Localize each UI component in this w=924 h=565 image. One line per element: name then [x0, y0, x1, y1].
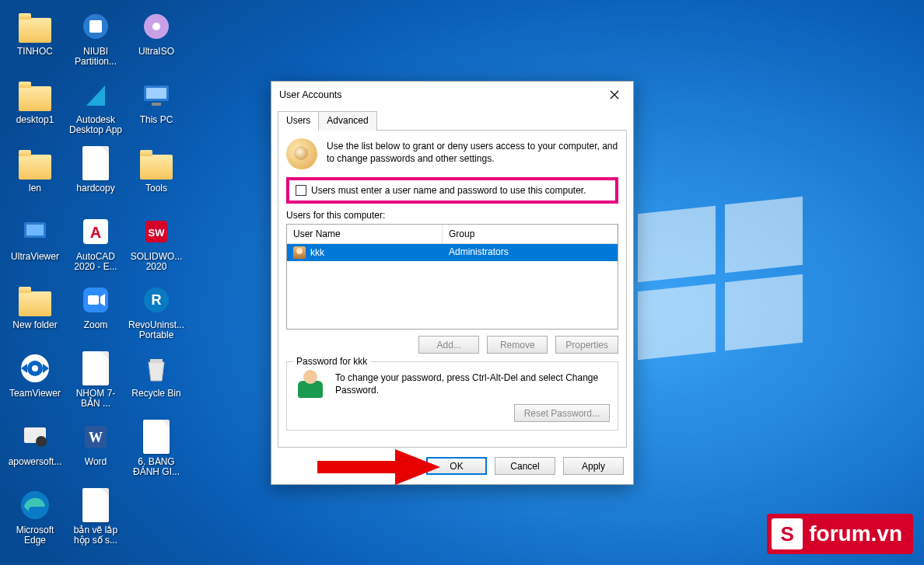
desktop-icon-label: Microsoft Edge: [6, 525, 64, 546]
desktop-icon-hardcopy[interactable]: hardcopy: [65, 143, 126, 211]
desktop-icon-this-pc[interactable]: This PC: [126, 75, 187, 143]
ok-button[interactable]: OK: [426, 457, 487, 475]
svg-rect-23: [146, 88, 166, 99]
svg-text:R: R: [152, 292, 162, 308]
desktop-icon-label: TINHOC: [17, 47, 53, 57]
desktop-icon-nh-m-7-b-n[interactable]: NHÓM 7-BẢN ...: [65, 348, 126, 417]
desktop-icon-zoom[interactable]: Zoom: [65, 280, 126, 348]
reset-password-button[interactable]: Reset Password...: [514, 404, 610, 422]
desktop-icon-label: Zoom: [84, 320, 108, 330]
desktop-icon-tools[interactable]: Tools: [126, 143, 187, 211]
desktop-icon-label: 6. BẢNG ĐÁNH GI...: [128, 457, 185, 477]
desktop-icon-autodesk-desktop-app[interactable]: Autodesk Desktop App: [65, 75, 126, 143]
app-uiso-icon: [138, 8, 175, 45]
app-revo-icon: R: [138, 281, 175, 319]
col-username[interactable]: User Name: [287, 225, 443, 243]
require-login-label: Users must enter a user name and passwor…: [311, 185, 586, 196]
desktop-icon-len[interactable]: len: [5, 143, 65, 211]
watermark: S forum.vn: [767, 514, 913, 554]
svg-text:SW: SW: [149, 227, 166, 239]
desktop-icon-word[interactable]: WWord: [65, 417, 126, 485]
svg-text:W: W: [89, 430, 103, 445]
folder-icon: [16, 8, 54, 45]
folder-icon: [16, 76, 54, 113]
desktop-icon-ultraviewer[interactable]: UltraViewer: [5, 211, 65, 280]
hint-text: Use the list below to grant or deny user…: [327, 138, 618, 169]
desktop-icon-tinhoc[interactable]: TINHOC: [5, 6, 65, 75]
desktop-icon-ultraiso[interactable]: UltraISO: [126, 6, 187, 75]
desktop-icon-label: UltraViewer: [11, 252, 59, 262]
app-zoom-icon: [77, 281, 114, 319]
dialog-button-row: OK Cancel Apply: [271, 454, 633, 484]
close-button[interactable]: [597, 83, 632, 106]
desktop-icon-6-b-ng-nh-gi[interactable]: 6. BẢNG ĐÁNH GI...: [126, 417, 187, 485]
svg-rect-29: [150, 359, 163, 363]
desktop-icon-microsoft-edge[interactable]: Microsoft Edge: [5, 485, 65, 553]
password-groupbox: Password for kkk To change your password…: [286, 361, 618, 431]
apply-button[interactable]: Apply: [563, 457, 624, 475]
tab-panel-users: Use the list below to grant or deny user…: [278, 130, 627, 448]
col-group[interactable]: Group: [443, 225, 618, 243]
desktop-icon-new-folder[interactable]: New folder: [5, 280, 65, 348]
app-apw-icon: [16, 418, 54, 455]
doc-icon: [77, 350, 114, 387]
desktop-icon-label: len: [29, 183, 41, 194]
users-keys-icon: [286, 138, 317, 169]
desktop-icon-recycle-bin[interactable]: Recycle Bin: [126, 348, 187, 417]
add-button[interactable]: Add...: [418, 336, 479, 354]
cancel-button[interactable]: Cancel: [495, 457, 555, 475]
desktop-icon-label: Word: [85, 457, 107, 467]
desktop: TINHOCdesktop1lenUltraViewerNew folderTe…: [0, 0, 249, 560]
users-listview[interactable]: User Name Group kkk Administrators: [286, 224, 618, 330]
desktop-icon-label: TeamViewer: [9, 389, 61, 399]
desktop-icon-label: Recycle Bin: [131, 389, 180, 399]
cell-group: Administrators: [443, 244, 618, 261]
desktop-icon-label: bản vẽ lắp hộp số s...: [67, 525, 124, 546]
desktop-icon-desktop1[interactable]: desktop1: [5, 75, 65, 143]
desktop-icon-niubi-partition[interactable]: NIUBI Partition...: [65, 6, 126, 75]
close-icon: [610, 90, 619, 99]
desktop-icon-label: This PC: [140, 115, 173, 125]
user-icon: [293, 246, 306, 259]
desktop-icon-label: desktop1: [16, 115, 54, 125]
app-acad-icon: A: [77, 213, 114, 250]
tabstrip: Users Advanced: [278, 111, 627, 131]
dialog-title: User Accounts: [279, 89, 342, 100]
app-word-icon: W: [77, 418, 114, 455]
desktop-icon-label: RevoUninst... Portable: [128, 320, 185, 340]
thispc-icon: [138, 76, 175, 113]
svg-point-8: [36, 436, 47, 447]
desktop-icon-label: Autodesk Desktop App: [67, 115, 124, 135]
desktop-icon-solidwo-2020[interactable]: SWSOLIDWO... 2020: [126, 211, 187, 280]
watermark-text: forum.vn: [809, 521, 902, 546]
desktop-icon-label: New folder: [12, 320, 57, 330]
desktop-icon-apowersoft[interactable]: apowersoft...: [5, 417, 65, 485]
tab-users[interactable]: Users: [278, 111, 319, 131]
app-tv-icon: [16, 350, 54, 387]
remove-button[interactable]: Remove: [487, 336, 548, 354]
password-hint: To change your password, press Ctrl-Alt-…: [335, 370, 610, 398]
app-niubi-icon: [77, 8, 114, 45]
desktop-icon-b-n-v-l-p-h-p-s-s[interactable]: bản vẽ lắp hộp số s...: [65, 485, 126, 553]
svg-rect-16: [88, 295, 99, 305]
recycle-icon: [138, 350, 175, 387]
desktop-icon-autocad-2020-e[interactable]: AAutoCAD 2020 - E...: [65, 211, 126, 280]
listview-row-selected[interactable]: kkk Administrators: [287, 244, 618, 261]
doc-icon: [77, 145, 114, 182]
properties-button[interactable]: Properties: [555, 336, 618, 354]
require-login-checkbox[interactable]: [296, 185, 306, 196]
listview-header[interactable]: User Name Group: [287, 225, 618, 244]
avatar-icon: [295, 370, 326, 398]
user-accounts-dialog: User Accounts Users Advanced Use the lis…: [271, 81, 634, 485]
desktop-icon-label: UltraISO: [138, 47, 174, 57]
desktop-icon-label: AutoCAD 2020 - E...: [67, 252, 124, 272]
desktop-icon-revouninst-portable[interactable]: RRevoUninst... Portable: [126, 280, 187, 348]
svg-point-21: [152, 23, 160, 30]
folder-icon: [16, 281, 54, 319]
tab-advanced[interactable]: Advanced: [319, 111, 376, 131]
svg-marker-12: [86, 85, 105, 106]
desktop-icon-label: NHÓM 7-BẢN ...: [67, 389, 124, 409]
users-list-label: Users for this computer:: [286, 210, 618, 221]
titlebar: User Accounts: [271, 82, 633, 108]
desktop-icon-teamviewer[interactable]: TeamViewer: [5, 348, 65, 417]
